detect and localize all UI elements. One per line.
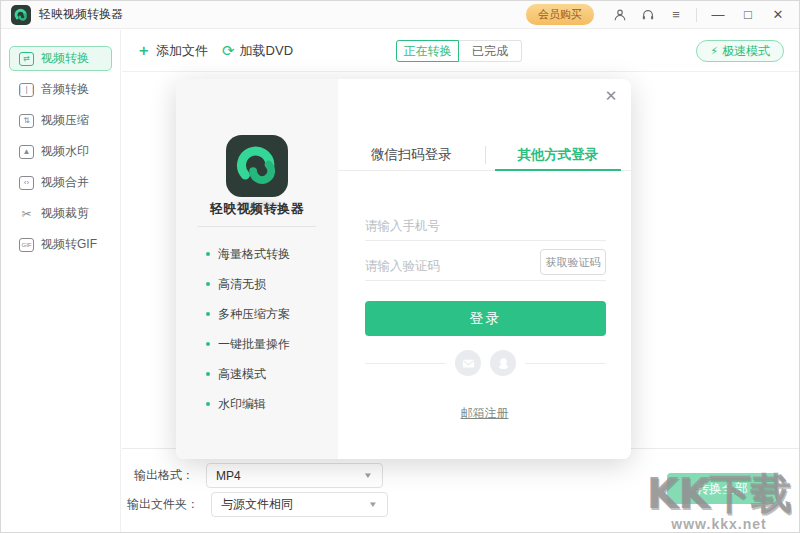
verification-code-input[interactable]: [365, 251, 528, 280]
social-login-row: [365, 350, 606, 376]
feature-item: 海量格式转换: [206, 239, 290, 269]
login-tabs: 微信扫码登录 其他方式登录: [338, 139, 631, 171]
tab-other-login[interactable]: 其他方式登录: [485, 139, 632, 170]
app-window: 轻映视频转换器 会员购买 ≡ — □ ✕ ⇄ 视频转换 ❘❘❘ 音频转换 ⇅: [0, 0, 800, 533]
chevron-down-icon: ▼: [363, 471, 373, 480]
gif-icon: GIF: [19, 238, 34, 252]
output-folder-value: 与源文件相同: [221, 496, 293, 513]
email-login-icon[interactable]: [455, 350, 481, 376]
convert-all-button[interactable]: 转换全部: [667, 473, 777, 504]
code-field: 获取验证码: [365, 251, 606, 281]
close-window-button[interactable]: ✕: [765, 5, 791, 25]
speed-mode-label: 极速模式: [722, 43, 770, 60]
app-title: 轻映视频转换器: [39, 6, 123, 23]
feature-item: 多种压缩方案: [206, 299, 290, 329]
bullet-dot: [206, 342, 210, 346]
divider-line: [365, 363, 446, 364]
app-logo-large: [226, 135, 288, 197]
output-format-label: 输出格式：: [134, 467, 194, 484]
video-convert-icon: ⇄: [19, 52, 34, 66]
chevron-down-icon: ▼: [368, 500, 378, 509]
bullet-dot: [206, 372, 210, 376]
add-files-label: 添加文件: [156, 42, 208, 60]
tabs-divider: [485, 146, 486, 164]
bullet-dot: [206, 312, 210, 316]
add-files-button[interactable]: ＋ 添加文件: [136, 41, 208, 60]
toolbar: ＋ 添加文件 ⟳ 加载DVD 正在转换 已完成 ⚡ 极速模式: [122, 30, 799, 72]
audio-convert-icon: ❘❘❘: [19, 83, 34, 97]
video-watermark-icon: ▲: [19, 145, 34, 159]
dvd-refresh-icon: ⟳: [222, 42, 235, 60]
sidebar-item-video-convert[interactable]: ⇄ 视频转换: [9, 46, 112, 71]
menu-icon[interactable]: ≡: [664, 5, 688, 25]
output-folder-select[interactable]: 与源文件相同 ▼: [211, 492, 388, 517]
login-modal: 轻映视频转换器 海量格式转换 高清无损 多种压缩方案 一键批量操作 高速模式 水…: [176, 79, 631, 459]
modal-close-icon[interactable]: ✕: [601, 86, 621, 106]
phone-input[interactable]: [365, 211, 606, 240]
brand-divider: [198, 226, 316, 227]
feature-item: 高速模式: [206, 359, 290, 389]
video-merge-icon: ‹›: [19, 176, 34, 190]
titlebar: 轻映视频转换器 会员购买 ≡ — □ ✕: [1, 1, 799, 29]
modal-brand-panel: 轻映视频转换器 海量格式转换 高清无损 多种压缩方案 一键批量操作 高速模式 水…: [176, 79, 338, 459]
sidebar-item-video-merge[interactable]: ‹› 视频合并: [9, 170, 112, 195]
sidebar: ⇄ 视频转换 ❘❘❘ 音频转换 ⇅ 视频压缩 ▲ 视频水印 ‹› 视频合并 ✂ …: [1, 30, 121, 532]
email-register-link[interactable]: 邮箱注册: [338, 405, 631, 422]
phone-field: [365, 211, 606, 241]
sidebar-item-video-watermark[interactable]: ▲ 视频水印: [9, 139, 112, 164]
queue-tabs: 正在转换 已完成: [396, 40, 522, 62]
login-button[interactable]: 登录: [365, 301, 606, 336]
titlebar-divider: [696, 8, 697, 22]
sidebar-item-video-compress[interactable]: ⇅ 视频压缩: [9, 108, 112, 133]
video-compress-icon: ⇅: [19, 114, 34, 128]
support-headset-icon[interactable]: [636, 5, 660, 25]
watermark-site-text: www.kkx.net: [639, 516, 799, 532]
tab-converting[interactable]: 正在转换: [396, 40, 459, 62]
feature-item: 水印编辑: [206, 389, 290, 419]
load-dvd-button[interactable]: ⟳ 加载DVD: [222, 42, 293, 60]
tab-wechat-login[interactable]: 微信扫码登录: [338, 139, 485, 170]
sidebar-item-label: 视频水印: [41, 143, 89, 160]
user-icon[interactable]: [608, 5, 632, 25]
app-logo-icon: [11, 5, 31, 25]
sidebar-item-label: 视频裁剪: [41, 205, 89, 222]
bullet-dot: [206, 402, 210, 406]
feature-item: 一键批量操作: [206, 329, 290, 359]
sidebar-item-label: 音频转换: [41, 81, 89, 98]
output-format-value: MP4: [216, 469, 241, 483]
sidebar-item-label: 视频压缩: [41, 112, 89, 129]
feature-list: 海量格式转换 高清无损 多种压缩方案 一键批量操作 高速模式 水印编辑: [206, 239, 290, 419]
sidebar-item-video-trim[interactable]: ✂ 视频裁剪: [9, 201, 112, 226]
vip-purchase-button[interactable]: 会员购买: [526, 4, 594, 25]
speed-mode-button[interactable]: ⚡ 极速模式: [696, 40, 784, 62]
modal-app-name: 轻映视频转换器: [176, 200, 338, 218]
bullet-dot: [206, 252, 210, 256]
qq-login-icon[interactable]: [490, 350, 516, 376]
bullet-dot: [206, 282, 210, 286]
load-dvd-label: 加载DVD: [240, 42, 293, 60]
tab-completed[interactable]: 已完成: [459, 40, 522, 62]
sidebar-item-label: 视频转GIF: [41, 236, 97, 253]
sidebar-item-label: 视频合并: [41, 174, 89, 191]
output-folder-label: 输出文件夹：: [127, 496, 199, 513]
lightning-icon: ⚡: [710, 45, 718, 58]
sidebar-item-audio-convert[interactable]: ❘❘❘ 音频转换: [9, 77, 112, 102]
divider-line: [525, 363, 606, 364]
login-panel: ✕ 微信扫码登录 其他方式登录 获取验证码 登录: [338, 79, 631, 459]
maximize-button[interactable]: □: [735, 5, 761, 25]
sidebar-item-label: 视频转换: [41, 50, 89, 67]
sidebar-item-video-to-gif[interactable]: GIF 视频转GIF: [9, 232, 112, 257]
get-code-button[interactable]: 获取验证码: [540, 249, 606, 275]
plus-icon: ＋: [136, 41, 151, 60]
scissors-icon: ✂: [19, 207, 34, 221]
feature-item: 高清无损: [206, 269, 290, 299]
output-format-select[interactable]: MP4 ▼: [206, 463, 383, 488]
minimize-button[interactable]: —: [705, 5, 731, 25]
